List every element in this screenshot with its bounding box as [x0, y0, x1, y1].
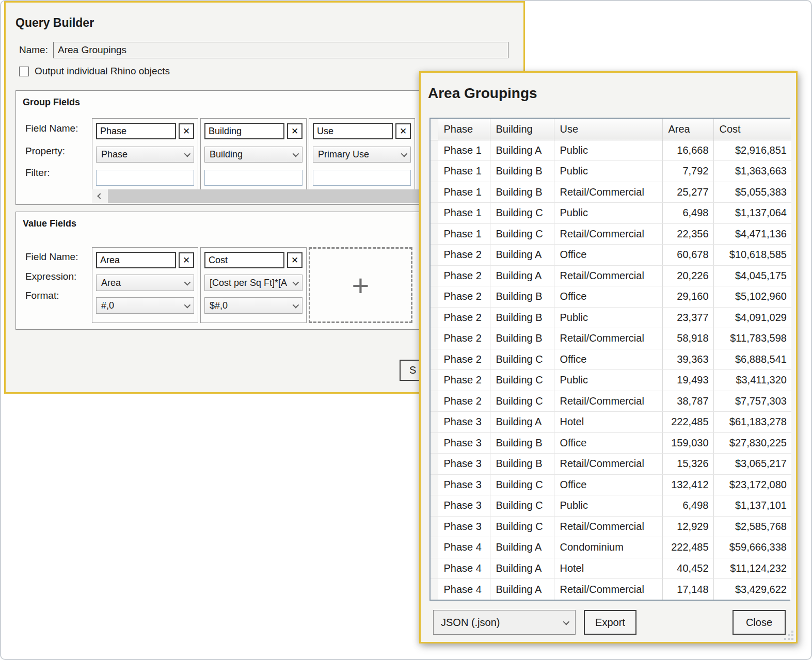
row-selector[interactable] — [431, 203, 438, 224]
row-selector[interactable] — [431, 328, 438, 349]
row-selector[interactable] — [431, 432, 438, 454]
value-field-name-input[interactable] — [204, 252, 284, 268]
value-fieldname-label: Field Name: — [25, 251, 78, 263]
table-row[interactable]: Phase 3Building BRetail/Commercial15,326… — [431, 454, 791, 475]
group-field-filter-input[interactable] — [313, 170, 411, 186]
table-row[interactable]: Phase 4Building ACondominium222,485$59,6… — [431, 537, 791, 558]
table-row[interactable]: Phase 3Building CRetail/Commercial12,929… — [431, 516, 791, 537]
row-selector[interactable] — [431, 579, 438, 600]
table-cell: Retail/Commercial — [554, 223, 662, 245]
remove-field-button[interactable]: ✕ — [287, 252, 302, 268]
row-selector[interactable] — [431, 245, 438, 266]
table-row[interactable]: Phase 1Building APublic16,668$2,916,851 — [431, 140, 791, 161]
row-selector[interactable] — [431, 286, 438, 308]
table-row[interactable]: Phase 3Building CPublic6,498$1,137,101 — [431, 495, 791, 517]
table-row[interactable]: Phase 2Building BPublic23,377$4,091,029 — [431, 307, 791, 328]
query-name-input[interactable] — [53, 42, 508, 58]
value-field-format-dropdown[interactable]: #,0 — [96, 297, 194, 314]
table-cell: Phase 2 — [438, 245, 490, 266]
value-field-expression-dropdown[interactable]: [Cost per Sq Ft]*[A — [204, 275, 302, 291]
row-selector[interactable] — [431, 558, 438, 579]
group-field-name-input[interactable] — [204, 123, 284, 139]
table-row[interactable]: Phase 1Building CPublic6,498$1,137,064 — [431, 203, 791, 224]
table-row[interactable]: Phase 2Building BRetail/Commercial58,918… — [431, 328, 791, 349]
table-row[interactable]: Phase 3Building COffice132,412$23,172,08… — [431, 474, 791, 495]
row-selector[interactable] — [431, 161, 438, 182]
results-table-wrap: PhaseBuildingUseAreaCostPhase 1Building … — [429, 118, 790, 601]
table-row[interactable]: Phase 2Building ARetail/Commercial20,226… — [431, 265, 791, 286]
table-cell: Building C — [490, 349, 554, 370]
scroll-left-button[interactable] — [92, 189, 108, 203]
resize-grip-icon[interactable] — [782, 629, 793, 640]
group-field-property-dropdown[interactable]: Phase — [96, 147, 194, 163]
remove-field-button[interactable]: ✕ — [287, 123, 302, 139]
remove-field-button[interactable]: ✕ — [179, 252, 194, 268]
row-selector[interactable] — [431, 223, 438, 245]
table-row[interactable]: Phase 1Building BRetail/Commercial25,277… — [431, 182, 791, 203]
column-header[interactable]: Phase — [438, 119, 490, 140]
row-selector[interactable] — [431, 182, 438, 203]
table-cell: $4,045,175 — [713, 265, 791, 286]
group-field-name-input[interactable] — [96, 123, 176, 139]
table-cell: Public — [554, 370, 662, 391]
value-field-expression-dropdown[interactable]: Area — [96, 275, 194, 291]
output-objects-row: Output individual Rhino objects — [19, 66, 170, 77]
export-format-dropdown[interactable]: JSON (.json) — [433, 610, 576, 635]
table-row[interactable]: Phase 2Building CRetail/Commercial38,787… — [431, 391, 791, 412]
row-selector[interactable] — [431, 307, 438, 328]
group-field-filter-input[interactable] — [204, 170, 302, 186]
chevron-down-icon — [293, 150, 299, 157]
remove-field-button[interactable]: ✕ — [395, 123, 411, 139]
table-row[interactable]: Phase 3Building BOffice159,030$27,830,22… — [431, 432, 791, 454]
add-value-field-button[interactable]: + — [309, 247, 412, 323]
chevron-down-icon — [293, 279, 299, 285]
table-row[interactable]: Phase 4Building ARetail/Commercial17,148… — [431, 579, 791, 600]
table-cell: 23,377 — [662, 307, 713, 328]
group-field-filter-input[interactable] — [96, 170, 194, 186]
table-cell: Phase 1 — [438, 140, 490, 161]
export-button[interactable]: Export — [584, 610, 636, 635]
row-selector[interactable] — [431, 349, 438, 370]
remove-field-button[interactable]: ✕ — [179, 123, 194, 139]
row-selector[interactable] — [431, 412, 438, 433]
table-cell: Phase 3 — [438, 454, 490, 475]
row-selector[interactable] — [431, 537, 438, 558]
column-header[interactable]: Area — [662, 119, 713, 140]
table-row[interactable]: Phase 4Building AHotel40,452$11,124,232 — [431, 558, 791, 579]
row-selector[interactable] — [431, 265, 438, 286]
output-individual-checkbox[interactable] — [19, 67, 29, 76]
row-selector[interactable] — [431, 495, 438, 517]
group-fieldname-label: Field Name: — [25, 123, 78, 134]
row-selector[interactable] — [431, 370, 438, 391]
row-selector[interactable] — [431, 474, 438, 495]
row-selector[interactable] — [431, 454, 438, 475]
table-row[interactable]: Phase 1Building BPublic7,792$1,363,663 — [431, 161, 791, 182]
column-header[interactable]: Building — [490, 119, 554, 140]
table-cell: Building B — [490, 161, 554, 182]
table-cell: 12,929 — [662, 516, 713, 537]
table-cell: Phase 2 — [438, 391, 490, 412]
group-field-property-dropdown[interactable]: Building — [204, 147, 302, 163]
table-row[interactable]: Phase 2Building CPublic19,493$3,411,320 — [431, 370, 791, 391]
value-field-format-dropdown[interactable]: $#,0 — [204, 297, 302, 314]
value-field-name-input[interactable] — [96, 252, 176, 268]
table-cell: Building A — [490, 245, 554, 266]
table-cell: 60,678 — [662, 245, 713, 266]
table-cell: Building A — [490, 412, 554, 433]
close-button[interactable]: Close — [733, 610, 786, 635]
row-selector[interactable] — [431, 516, 438, 537]
column-header[interactable]: Use — [554, 119, 662, 140]
group-field-property-dropdown[interactable]: Primary Use — [313, 147, 411, 163]
table-cell: Phase 1 — [438, 161, 490, 182]
table-cell: 6,498 — [662, 495, 713, 517]
table-row[interactable]: Phase 2Building COffice39,363$6,888,541 — [431, 349, 791, 370]
row-selector[interactable] — [431, 140, 438, 161]
table-row[interactable]: Phase 3Building AHotel222,485$61,183,278 — [431, 412, 791, 433]
group-field-name-input[interactable] — [313, 123, 393, 139]
table-cell: Building C — [490, 370, 554, 391]
table-row[interactable]: Phase 1Building CRetail/Commercial22,356… — [431, 223, 791, 245]
table-row[interactable]: Phase 2Building AOffice60,678$10,618,585 — [431, 245, 791, 266]
table-row[interactable]: Phase 2Building BOffice29,160$5,102,960 — [431, 286, 791, 308]
column-header[interactable]: Cost — [713, 119, 791, 140]
row-selector[interactable] — [431, 391, 438, 412]
